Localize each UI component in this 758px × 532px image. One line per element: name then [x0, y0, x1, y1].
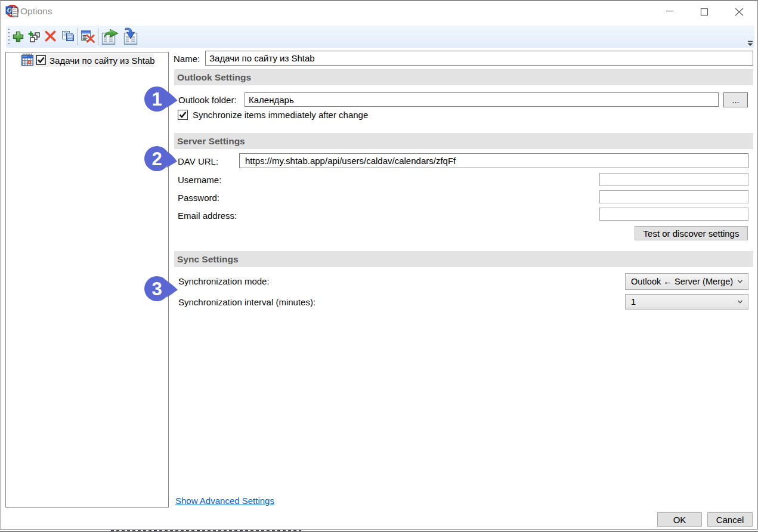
svg-text:1: 1 — [151, 89, 162, 110]
svg-text:O: O — [7, 7, 12, 14]
svg-text:3: 3 — [151, 279, 162, 299]
svg-text:2: 2 — [151, 149, 162, 169]
